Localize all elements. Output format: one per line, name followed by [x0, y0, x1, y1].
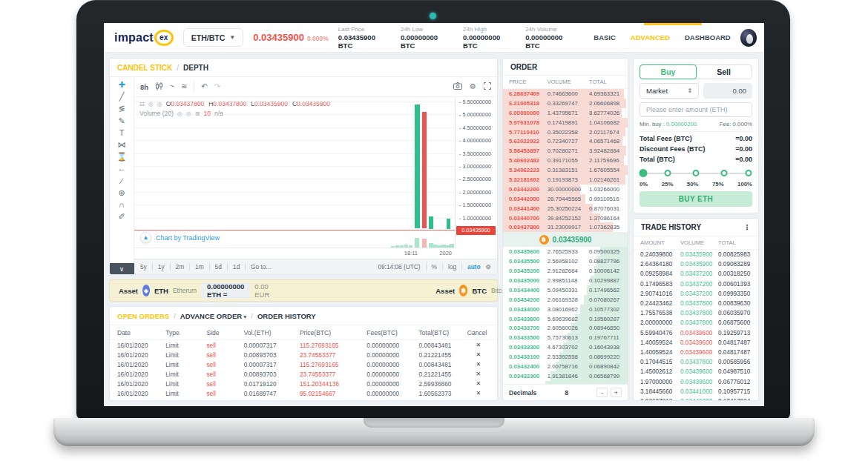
order-book-row-buy[interactable]: 0.034356002.765259330.09500325: [503, 247, 628, 256]
slider-stop-25[interactable]: [665, 170, 671, 176]
slider-stop-100[interactable]: [746, 170, 752, 176]
order-book-row-sell[interactable]: 5.584538570.702802713.92482884: [503, 146, 628, 156]
order-book-row-buy[interactable]: 0.034352002.912826640.10006142: [503, 266, 628, 276]
decimals-decrease-button[interactable]: -: [596, 388, 608, 397]
cancel-order-icon[interactable]: ✕: [467, 390, 490, 397]
order-book-row-buy[interactable]: 0.034331002.533925580.08699220: [503, 352, 628, 362]
nav-basic[interactable]: BASIC: [594, 33, 616, 42]
order-book-row-buy[interactable]: 0.034322002.441202590.08378696: [503, 381, 628, 384]
legend-eye-icon[interactable]: ◎: [177, 110, 183, 117]
legend-settings-icon[interactable]: ◎: [186, 110, 191, 117]
buy-tab[interactable]: Buy: [640, 64, 697, 79]
order-book-row-buy[interactable]: 0.034335005.757306130.19767711: [503, 333, 628, 342]
order-book-row-sell[interactable]: 5.321816020.191938731.02146261: [503, 175, 628, 185]
percent-scale-button[interactable]: %: [432, 263, 437, 271]
time-axis[interactable]: 18:112020: [134, 248, 456, 259]
otab-order-history[interactable]: ORDER HISTORY: [257, 312, 316, 320]
pair-selector[interactable]: ETH/BTC ▼: [183, 28, 243, 47]
order-book-row-sell[interactable]: 6.000000001.437956718.62774026: [503, 108, 628, 118]
text-icon[interactable]: T: [119, 129, 125, 137]
order-type-select[interactable]: Market ⇕: [640, 83, 699, 98]
order-book-row-buy[interactable]: 0.034342002.061693280.07080267: [503, 295, 628, 305]
candles-style-icon[interactable]: [155, 82, 163, 92]
interval-button[interactable]: 8h: [140, 83, 148, 91]
gann-fib-icon[interactable]: ≶: [118, 105, 125, 113]
sell-tab[interactable]: Sell: [696, 65, 752, 79]
footer-settings-gear-icon[interactable]: ⚙: [486, 263, 491, 271]
brush-icon[interactable]: ✎: [118, 117, 125, 125]
crosshair-icon[interactable]: ✚: [118, 81, 125, 89]
app-logo[interactable]: impact ex: [114, 30, 174, 46]
slider-handle[interactable]: [640, 169, 648, 177]
order-book-row-buy[interactable]: 0.034355002.569581020.08827796: [503, 256, 628, 266]
undo-icon[interactable]: ↶: [201, 83, 207, 90]
xabcd-pattern-icon[interactable]: ⋈: [118, 141, 126, 149]
cancel-order-icon[interactable]: ✕: [467, 371, 490, 377]
order-book-row-sell[interactable]: 0.0344140025.302502240.87076031: [503, 204, 628, 213]
chart-settings-gear-icon[interactable]: ⚙: [470, 83, 476, 90]
redo-icon[interactable]: ↷: [214, 83, 220, 90]
decimals-increase-button[interactable]: +: [611, 388, 622, 397]
nav-dashboard[interactable]: DASHBOARD: [685, 33, 731, 42]
lock-drawing-icon[interactable]: ✐: [118, 213, 125, 221]
amount-input[interactable]: [640, 102, 752, 117]
cancel-order-icon[interactable]: ✕: [467, 342, 490, 348]
order-book-row-sell[interactable]: 6.286374090.746636004.69363321: [503, 89, 628, 99]
timeframe-1y[interactable]: 1y: [158, 263, 165, 271]
order-book-row-buy[interactable]: 0.034344005.094503310.17496562: [503, 285, 628, 295]
arrow-icon[interactable]: ←: [118, 165, 126, 173]
order-book-row-sell[interactable]: 0.0343780031.230099171.07362835: [503, 222, 628, 232]
magnet-icon[interactable]: ∩: [119, 201, 125, 209]
auto-scale-button[interactable]: auto: [467, 263, 481, 271]
area-style-icon[interactable]: ≋: [181, 83, 187, 90]
order-book-row-sell[interactable]: 0.0344200028.794455650.99110516: [503, 194, 628, 204]
cancel-order-icon[interactable]: ✕: [467, 361, 490, 368]
order-book-row-sell[interactable]: 5.406024820.391710552.11759696: [503, 156, 628, 165]
buy-eth-button[interactable]: BUY ETH: [640, 191, 752, 207]
order-book-row-buy[interactable]: 0.034337002.605600260.08946850: [503, 323, 628, 333]
kebab-menu-icon[interactable]: ⋮: [743, 223, 751, 231]
timeframe-5d[interactable]: 5d: [215, 263, 222, 271]
ctab-candel-stick[interactable]: CANDEL STICK: [117, 64, 172, 72]
order-book-row-sell[interactable]: 5.620229220.723407274.06571468: [503, 136, 628, 146]
otab-advance-order[interactable]: ADVANCE ORDER ▾: [180, 312, 246, 320]
price-chart[interactable]: ⊟ ◎ ◎ O0.03437800H0.03437800L0.03435900C…: [134, 97, 456, 248]
user-avatar[interactable]: [740, 29, 757, 47]
otab-open-orders[interactable]: OPEN ORDERS: [117, 312, 169, 320]
trend-line-icon[interactable]: ╱: [119, 93, 125, 101]
timeframe-5y[interactable]: 5y: [140, 263, 147, 271]
cancel-order-icon[interactable]: ✕: [467, 351, 490, 358]
slider-stop-75[interactable]: [721, 170, 728, 176]
order-book-row-buy[interactable]: 0.034333004.673037020.16043938: [503, 342, 628, 352]
zoom-in-icon[interactable]: ⊕: [118, 189, 125, 197]
line-style-icon[interactable]: ~: [170, 83, 174, 90]
fullscreen-icon[interactable]: [484, 82, 491, 91]
order-book-row-buy[interactable]: 0.034323001.913818460.06568799: [503, 371, 628, 381]
ruler-icon[interactable]: ∕: [121, 177, 122, 185]
ctab-depth[interactable]: DEPTH: [183, 64, 208, 72]
log-scale-button[interactable]: log: [448, 263, 456, 271]
timeframe-2m[interactable]: 2m: [176, 263, 185, 271]
order-book-row-buy[interactable]: 0.034350002.998511480.10299887: [503, 276, 628, 285]
order-book-row-buy[interactable]: 0.034338005.696396820.19560287: [503, 314, 628, 324]
order-book-row-sell[interactable]: 5.340622230.313831511.67605554: [503, 165, 628, 175]
nav-advanced[interactable]: ADVANCED: [631, 33, 670, 42]
timeframe-1m[interactable]: 1m: [195, 263, 204, 271]
order-book-row-sell[interactable]: 5.976310780.174198911.04106682: [503, 118, 628, 127]
timeframe-Goto[interactable]: Go to...: [251, 263, 271, 271]
slider-stop-50[interactable]: [693, 170, 700, 176]
order-book-row-sell[interactable]: 0.0344070039.842521521.37086164: [503, 213, 628, 223]
collapse-toolbar-button[interactable]: ∨: [110, 263, 134, 274]
snapshot-camera-icon[interactable]: [453, 82, 462, 91]
price-axis[interactable]: 5.500000005.000000004.500000004.00000000…: [456, 97, 497, 248]
timeframe-1d[interactable]: 1d: [233, 263, 240, 271]
order-book-row-buy[interactable]: 0.034340003.080169620.10577302: [503, 305, 628, 314]
order-book-row-buy[interactable]: 0.034324002.007587160.06890842: [503, 362, 628, 371]
order-book-row-sell[interactable]: 5.771104100.350223582.02117674: [503, 127, 628, 137]
order-book-row-sell[interactable]: 0.0344220030.000000001.03266000: [503, 185, 628, 194]
cancel-order-icon[interactable]: ✕: [467, 380, 490, 387]
tradingview-watermark[interactable]: ▲ Chart by TradingView: [140, 232, 220, 243]
amount-slider[interactable]: [640, 169, 752, 176]
legend-close-icon[interactable]: ⊠: [195, 110, 200, 117]
forecast-icon[interactable]: ⌛: [116, 153, 127, 161]
